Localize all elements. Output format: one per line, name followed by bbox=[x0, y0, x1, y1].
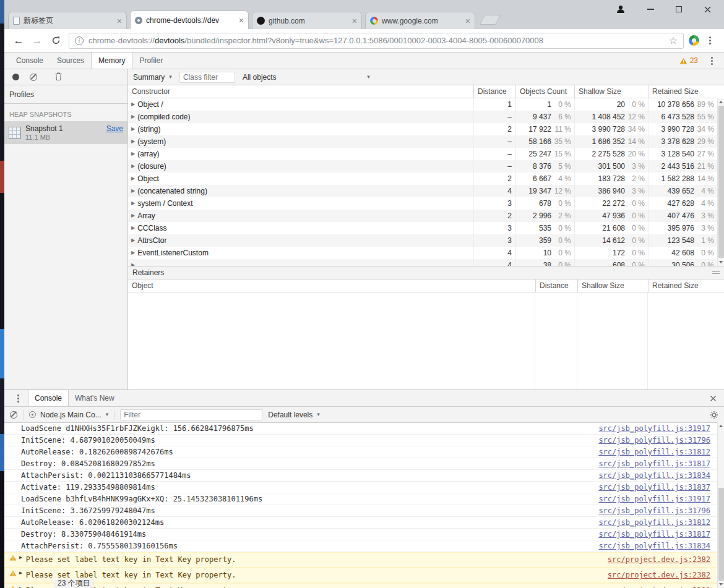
scroll-up-icon[interactable] bbox=[719, 425, 723, 427]
extension-icon[interactable] bbox=[689, 35, 699, 46]
forward-button[interactable] bbox=[29, 33, 45, 49]
col-retained-size[interactable]: Retained Size bbox=[648, 85, 717, 98]
objects-select[interactable]: All objects bbox=[243, 73, 370, 82]
expand-caret-icon[interactable] bbox=[131, 127, 135, 132]
heap-scrollbar[interactable] bbox=[717, 98, 724, 266]
message-source-link[interactable]: src/jsb_polyfill.js:31917 bbox=[598, 424, 710, 433]
message-source-link[interactable]: src/jsb_polyfill.js:31837 bbox=[598, 483, 710, 492]
expand-caret-icon[interactable] bbox=[131, 250, 135, 255]
snapshot-item[interactable]: Snapshot 1 Save 11.1 MB bbox=[4, 121, 127, 144]
expand-caret-icon[interactable] bbox=[131, 226, 135, 231]
col-constructor[interactable]: Constructor bbox=[128, 85, 473, 98]
tab-close-icon[interactable] bbox=[352, 17, 357, 25]
heap-row[interactable]: AttrsCtor 3 359 0 % 14 612 0 % 123 548 1… bbox=[128, 234, 717, 247]
drawer-menu-icon[interactable] bbox=[8, 390, 28, 406]
back-button[interactable] bbox=[11, 33, 27, 49]
devtools-menu-icon[interactable] bbox=[707, 57, 717, 65]
console-context-select[interactable]: Node.js Main Co... bbox=[29, 411, 108, 419]
expand-caret-icon[interactable] bbox=[131, 238, 135, 243]
heap-row[interactable]: system / Context 3 678 0 % 22 272 0 % 42… bbox=[128, 197, 717, 210]
class-filter-input[interactable] bbox=[179, 72, 235, 83]
browser-menu-icon[interactable] bbox=[702, 33, 718, 49]
heap-row[interactable]: (system) – 58 166 35 % 1 686 352 14 % 3 … bbox=[128, 135, 717, 148]
profile-avatar-icon[interactable] bbox=[615, 4, 626, 14]
message-source-link[interactable]: src/project.dev.js:2382 bbox=[608, 586, 710, 588]
tab-close-icon[interactable] bbox=[239, 17, 244, 24]
col-object[interactable]: Object bbox=[128, 279, 535, 292]
info-icon[interactable] bbox=[75, 36, 84, 45]
expand-caret-icon[interactable] bbox=[131, 213, 135, 218]
window-maximize-button[interactable] bbox=[673, 4, 684, 14]
drawer-tab-whats-new[interactable]: What's New bbox=[69, 390, 121, 406]
drawer-tab-console[interactable]: Console bbox=[28, 390, 69, 406]
clear-profiles-button[interactable] bbox=[30, 74, 37, 81]
new-tab-button[interactable] bbox=[480, 15, 501, 25]
window-minimize-button[interactable] bbox=[645, 4, 656, 14]
expand-caret-icon[interactable] bbox=[131, 201, 135, 206]
col-retained-size[interactable]: Retained Size bbox=[648, 279, 724, 292]
window-close-button[interactable] bbox=[702, 4, 713, 14]
message-source-link[interactable]: src/project.dev.js:2382 bbox=[608, 570, 710, 580]
expand-caret-icon[interactable] bbox=[131, 189, 135, 194]
delete-profile-button[interactable] bbox=[55, 72, 62, 82]
message-source-link[interactable]: src/jsb_polyfill.js:31817 bbox=[598, 530, 710, 539]
expand-caret-icon[interactable] bbox=[19, 555, 22, 560]
snapshot-save-link[interactable]: Save bbox=[106, 124, 123, 133]
devtools-tab-profiler[interactable]: Profiler bbox=[132, 53, 170, 69]
col-distance[interactable]: Distance bbox=[473, 85, 515, 98]
heap-row[interactable]: (array) – 25 247 15 % 2 275 528 20 % 3 1… bbox=[128, 148, 717, 160]
browser-tab-new-tab-page[interactable]: 新标签页 bbox=[8, 12, 127, 29]
heap-row[interactable]: CCClass 3 535 0 % 21 608 0 % 395 976 3 % bbox=[128, 222, 717, 234]
message-source-link[interactable]: src/jsb_polyfill.js:31834 bbox=[598, 542, 710, 550]
record-heap-snapshot-button[interactable] bbox=[12, 74, 19, 80]
warnings-badge[interactable]: 23 bbox=[679, 56, 698, 65]
message-source-link[interactable]: src/jsb_polyfill.js:31812 bbox=[598, 448, 710, 456]
console-scrollbar[interactable] bbox=[717, 422, 724, 588]
expand-caret-icon[interactable] bbox=[131, 263, 135, 266]
console-settings-button[interactable] bbox=[710, 411, 718, 419]
heap-row[interactable]: (concatenated string) 4 19 347 12 % 386 … bbox=[128, 185, 717, 197]
message-source-link[interactable]: src/jsb_polyfill.js:31834 bbox=[598, 471, 710, 480]
heap-row[interactable]: Array 2 2 996 2 % 47 936 0 % 407 476 3 % bbox=[128, 210, 717, 222]
expand-caret-icon[interactable] bbox=[131, 139, 135, 144]
expand-caret-icon[interactable] bbox=[19, 571, 22, 576]
expand-caret-icon[interactable] bbox=[131, 114, 135, 119]
heap-row[interactable]: 4 38 0 % 608 0 % 30 506 0 % bbox=[128, 259, 717, 266]
tab-close-icon[interactable] bbox=[117, 17, 122, 25]
message-source-link[interactable]: src/jsb_polyfill.js:31917 bbox=[598, 495, 710, 503]
heap-row[interactable]: Object / 1 1 0 % 20 0 % 10 378 656 89 % bbox=[128, 98, 717, 111]
col-shallow-size[interactable]: Shallow Size bbox=[577, 279, 648, 292]
omnibox[interactable]: chrome-devtools://devtools/bundled/inspe… bbox=[69, 33, 684, 49]
heap-row[interactable]: (string) 2 17 922 11 % 3 990 728 34 % 3 … bbox=[128, 123, 717, 135]
expand-caret-icon[interactable] bbox=[131, 151, 135, 156]
drawer-close-button[interactable] bbox=[702, 390, 724, 406]
browser-tab-github[interactable]: github.com bbox=[252, 12, 362, 29]
col-shallow-size[interactable]: Shallow Size bbox=[574, 85, 648, 98]
resize-grip-icon[interactable] bbox=[712, 271, 720, 274]
expand-caret-icon[interactable] bbox=[131, 102, 135, 107]
console-levels-select[interactable]: Default levels bbox=[268, 411, 320, 419]
heap-row[interactable]: Object 2 6 667 4 % 183 728 2 % 1 582 288… bbox=[128, 173, 717, 185]
scroll-down-icon[interactable] bbox=[719, 261, 723, 263]
col-distance[interactable]: Distance bbox=[535, 279, 577, 292]
browser-tab-devtools[interactable]: chrome-devtools://dev bbox=[130, 11, 249, 29]
devtools-tab-memory[interactable]: Memory bbox=[91, 53, 132, 69]
scroll-up-icon[interactable] bbox=[719, 101, 723, 103]
message-source-link[interactable]: src/jsb_polyfill.js:31796 bbox=[598, 436, 710, 445]
console-filter-input[interactable] bbox=[120, 409, 262, 420]
scrollbar-thumb[interactable] bbox=[718, 488, 724, 581]
message-source-link[interactable]: src/jsb_polyfill.js:31796 bbox=[598, 506, 710, 515]
tab-close-icon[interactable] bbox=[465, 17, 470, 25]
expand-caret-icon[interactable] bbox=[131, 176, 135, 181]
expand-caret-icon[interactable] bbox=[131, 164, 135, 169]
message-source-link[interactable]: src/jsb_polyfill.js:31812 bbox=[598, 518, 710, 527]
heap-row[interactable]: EventListenerCustom 4 10 0 % 172 0 % 42 … bbox=[128, 247, 717, 259]
scroll-down-icon[interactable] bbox=[719, 583, 723, 586]
devtools-tab-console[interactable]: Console bbox=[9, 53, 50, 69]
perspective-select[interactable]: Summary bbox=[133, 73, 172, 82]
scrollbar-thumb[interactable] bbox=[718, 106, 724, 258]
reload-button[interactable] bbox=[48, 33, 64, 49]
col-objects-count[interactable]: Objects Count bbox=[515, 85, 574, 98]
heap-row[interactable]: (compiled code) – 9 437 6 % 1 408 452 12… bbox=[128, 111, 717, 123]
heap-row[interactable]: (closure) – 8 376 5 % 301 500 3 % 2 443 … bbox=[128, 160, 717, 173]
